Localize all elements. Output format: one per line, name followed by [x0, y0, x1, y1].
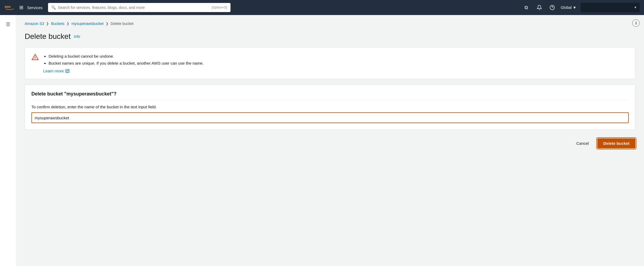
learn-more-link[interactable]: Learn more	[43, 69, 69, 73]
breadcrumb-sep-2: ❯	[67, 22, 69, 25]
bucket-name-input[interactable]	[31, 112, 629, 123]
breadcrumb-current: Delete bucket	[111, 21, 134, 26]
page-title-row: Delete bucket Info	[25, 32, 635, 41]
search-icon: 🔍	[51, 5, 56, 10]
global-arrow: ▼	[573, 5, 576, 10]
footer-buttons: Cancel Delete bucket	[25, 136, 635, 148]
svg-text:aws: aws	[5, 5, 11, 9]
warning-content: Deleting a bucket cannot be undone. Buck…	[43, 53, 204, 73]
confirm-title: Delete bucket "mysuperawsbucket"?	[31, 91, 629, 100]
top-navigation: aws ⊞ Services 🔍 [Option+S] ⧉ Global ▼	[0, 0, 644, 15]
breadcrumb: Amazon S3 ❯ Buckets ❯ mysuperawsbucket ❯…	[25, 21, 635, 26]
breadcrumb-sep-1: ❯	[46, 22, 49, 25]
learn-more-label: Learn more	[43, 69, 64, 73]
search-bar[interactable]: 🔍 [Option+S]	[48, 3, 230, 12]
aws-logo[interactable]: aws	[4, 4, 15, 11]
breadcrumb-bucket-name[interactable]: mysuperawsbucket	[71, 21, 104, 26]
sidebar: ☰	[0, 15, 16, 266]
warning-box: ! Deleting a bucket cannot be undone. Bu…	[25, 47, 635, 79]
global-label: Global	[561, 5, 572, 10]
warning-bullet-2: Bucket names are unique. If you delete a…	[49, 60, 204, 67]
services-label[interactable]: Services	[27, 5, 43, 10]
info-link[interactable]: Info	[74, 34, 80, 39]
page-title: Delete bucket	[25, 32, 71, 41]
terminal-icon[interactable]: ⧉	[522, 3, 531, 12]
cancel-button[interactable]: Cancel	[572, 139, 593, 148]
breadcrumb-amazon-s3[interactable]: Amazon S3	[25, 21, 44, 26]
global-selector[interactable]: Global ▼	[561, 5, 576, 10]
account-menu[interactable]: ▼	[581, 3, 640, 12]
page-info-icon[interactable]: ℹ	[632, 19, 640, 27]
search-shortcut: [Option+S]	[212, 6, 227, 9]
delete-bucket-button[interactable]: Delete bucket	[597, 138, 635, 148]
bell-icon[interactable]	[535, 3, 544, 12]
sidebar-toggle[interactable]: ☰	[4, 19, 12, 29]
svg-text:!: !	[35, 56, 36, 60]
nav-right: ⧉ Global ▼ ▼	[522, 3, 640, 12]
main-content: ℹ Amazon S3 ❯ Buckets ❯ mysuperawsbucket…	[16, 15, 644, 266]
breadcrumb-buckets[interactable]: Buckets	[51, 21, 64, 26]
help-icon[interactable]	[548, 3, 557, 12]
external-link-icon	[65, 69, 69, 73]
confirm-box: Delete bucket "mysuperawsbucket"? To con…	[25, 84, 635, 130]
warning-icon: !	[31, 53, 39, 62]
account-arrow: ▼	[634, 6, 637, 9]
breadcrumb-sep-3: ❯	[106, 22, 108, 25]
page-wrapper: ☰ ℹ Amazon S3 ❯ Buckets ❯ mysuperawsbuck…	[0, 15, 644, 266]
search-input[interactable]	[58, 5, 210, 10]
warning-bullet-1: Deleting a bucket cannot be undone.	[49, 53, 204, 60]
grid-icon[interactable]: ⊞	[19, 5, 23, 10]
confirm-instruction: To confirm deletion, enter the name of t…	[31, 105, 629, 109]
